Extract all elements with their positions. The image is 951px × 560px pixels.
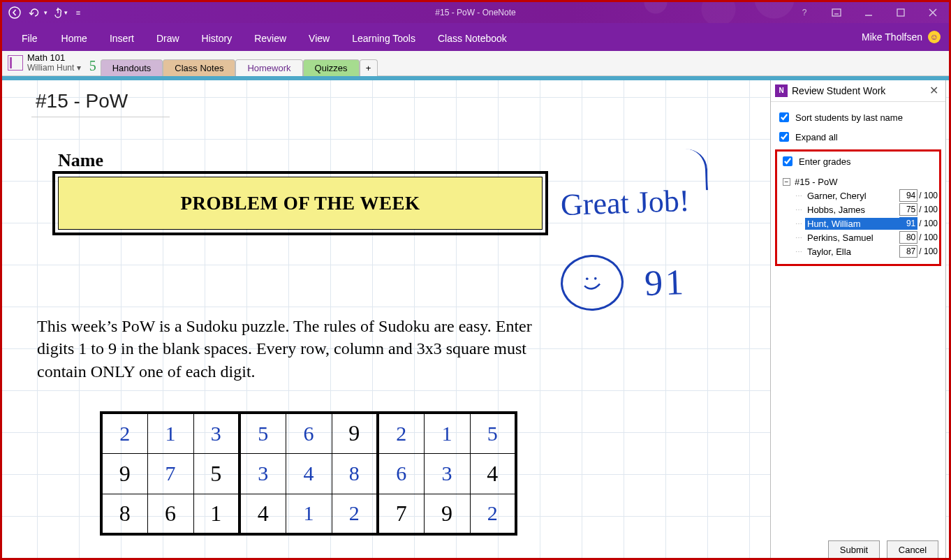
page-title[interactable]: #15 - PoW [31, 90, 170, 117]
sudoku-cell: 6 [378, 453, 424, 494]
decorative-swirls [628, 2, 809, 23]
section-tab-homework[interactable]: Homework [235, 59, 302, 76]
grade-input[interactable] [899, 245, 917, 258]
notebook-student: William Hunt ▾ [27, 63, 81, 73]
sudoku-cell: 4 [239, 494, 286, 534]
grade-input[interactable] [899, 217, 917, 230]
back-button[interactable] [5, 3, 24, 22]
tree-leaf-icon: ⋯ [795, 192, 802, 200]
ribbon-tab-file[interactable]: File [9, 26, 50, 51]
undo-dropdown[interactable]: ▾ [27, 3, 47, 22]
minimize-button[interactable] [853, 2, 885, 23]
sudoku-cell: 2 [101, 413, 147, 453]
add-section-button[interactable]: + [360, 59, 378, 76]
grades-checkbox-row[interactable]: Enter grades [779, 154, 938, 171]
panel-close-button[interactable]: ✕ [927, 84, 941, 97]
sudoku-cell: 4 [470, 453, 516, 494]
tree-leaf-icon: ⋯ [795, 248, 802, 256]
expand-checkbox[interactable] [779, 132, 789, 142]
ribbon-tab-view[interactable]: View [297, 26, 341, 51]
expand-checkbox-row[interactable]: Expand all [775, 127, 941, 147]
sudoku-cell: 2 [470, 494, 516, 534]
grade-input[interactable] [899, 189, 917, 202]
customize-qat[interactable]: ≡ [73, 3, 84, 22]
sort-label: Sort students by last name [795, 112, 903, 123]
student-name[interactable]: Taylor, Ella [805, 246, 899, 258]
ribbon-tab-class-notebook[interactable]: Class Notebook [427, 26, 518, 51]
cancel-button[interactable]: Cancel [887, 540, 938, 558]
notebook-name: Math 101 [27, 53, 81, 63]
sort-checkbox-row[interactable]: Sort students by last name [775, 108, 941, 127]
ribbon-tab-insert[interactable]: Insert [98, 26, 145, 51]
close-button[interactable] [917, 2, 949, 23]
collapse-icon[interactable]: − [783, 178, 790, 186]
section-tab-handouts[interactable]: Handouts [101, 59, 163, 76]
sort-checkbox[interactable] [779, 112, 789, 122]
ribbon: File Home Insert Draw History Review Vie… [2, 23, 949, 51]
signed-in-user[interactable]: Mike Tholfsen ☺ [862, 23, 941, 51]
ribbon-tab-review[interactable]: Review [243, 26, 297, 51]
ink-flourish [686, 148, 708, 191]
help-icon[interactable]: ? [788, 2, 820, 23]
grade-input[interactable] [899, 203, 917, 216]
sudoku-cell: 1 [147, 413, 193, 453]
ribbon-tab-learning-tools[interactable]: Learning Tools [341, 26, 427, 51]
grade-out-of: / 100 [919, 191, 938, 200]
student-name[interactable]: Hunt, William [805, 218, 899, 230]
sudoku-cell: 4 [286, 453, 332, 494]
ribbon-tab-draw[interactable]: Draw [145, 26, 191, 51]
sudoku-cell: 1 [286, 494, 332, 534]
assignment-tree-node[interactable]: − #15 - PoW [783, 175, 938, 189]
smiley-icon: ☺ [928, 31, 941, 43]
ribbon-display-button[interactable] [820, 2, 853, 23]
grade-out-of: / 100 [919, 233, 938, 242]
sudoku-cell: 5 [193, 453, 239, 494]
grade-out-of: / 100 [919, 246, 938, 256]
student-row[interactable]: ⋯Hunt, William / 100 [783, 216, 938, 230]
submit-button[interactable]: Submit [828, 540, 880, 558]
assignment-name: #15 - PoW [795, 177, 837, 187]
sudoku-cell: 2 [332, 494, 378, 534]
ribbon-tab-history[interactable]: History [191, 26, 244, 51]
sudoku-cell: 1 [193, 494, 239, 534]
sync-badge: 5 [88, 58, 101, 75]
section-tab-quizzes[interactable]: Quizzes [303, 59, 360, 76]
pow-box: PROBLEM OF THE WEEK [52, 171, 548, 235]
touch-mode-dropdown[interactable]: ▾ [50, 3, 70, 22]
grades-highlight-box: Enter grades − #15 - PoW ⋯Garner, Cheryl… [775, 149, 941, 266]
student-row[interactable]: ⋯Hobbs, James / 100 [783, 202, 938, 216]
onenote-icon: N [775, 84, 788, 97]
sudoku-cell: 9 [424, 494, 470, 534]
sudoku-cell: 9 [332, 413, 378, 453]
student-name[interactable]: Hobbs, James [805, 204, 899, 216]
sudoku-cell: 8 [101, 494, 147, 534]
expand-label: Expand all [795, 132, 838, 142]
ribbon-tab-home[interactable]: Home [50, 26, 98, 51]
student-row[interactable]: ⋯Taylor, Ella / 100 [783, 244, 938, 258]
student-row[interactable]: ⋯Garner, Cheryl / 100 [783, 189, 938, 202]
ink-smiley [560, 253, 625, 311]
sudoku-cell: 1 [424, 413, 470, 453]
name-label: Name [58, 150, 103, 171]
grade-input[interactable] [899, 231, 917, 244]
notebook-header: Math 101 William Hunt ▾ 5 Handouts Class… [2, 51, 949, 76]
page-canvas[interactable]: #15 - PoW Name PROBLEM OF THE WEEK Great… [2, 80, 949, 558]
grades-checkbox[interactable] [783, 156, 792, 166]
sudoku-cell: 3 [239, 453, 286, 494]
student-row[interactable]: ⋯Perkins, Samuel / 100 [783, 230, 938, 244]
sudoku-cell: 7 [147, 453, 193, 494]
maximize-button[interactable] [885, 2, 917, 23]
title-bar: ▾ ▾ ≡ #15 - PoW - OneNote ? [2, 2, 949, 23]
svg-point-4 [594, 277, 597, 280]
sudoku-cell: 5 [470, 413, 516, 453]
svg-point-0 [9, 7, 20, 18]
svg-rect-1 [832, 9, 841, 16]
section-tab-class-notes[interactable]: Class Notes [163, 59, 235, 76]
student-name[interactable]: Perkins, Samuel [805, 232, 899, 244]
notebook-icon [8, 55, 23, 71]
sudoku-cell: 8 [332, 453, 378, 494]
student-name[interactable]: Garner, Cheryl [805, 190, 899, 202]
user-name: Mike Tholfsen [862, 31, 922, 43]
notebook-selector[interactable]: Math 101 William Hunt ▾ [8, 53, 81, 75]
ink-score: 91 [644, 261, 687, 304]
